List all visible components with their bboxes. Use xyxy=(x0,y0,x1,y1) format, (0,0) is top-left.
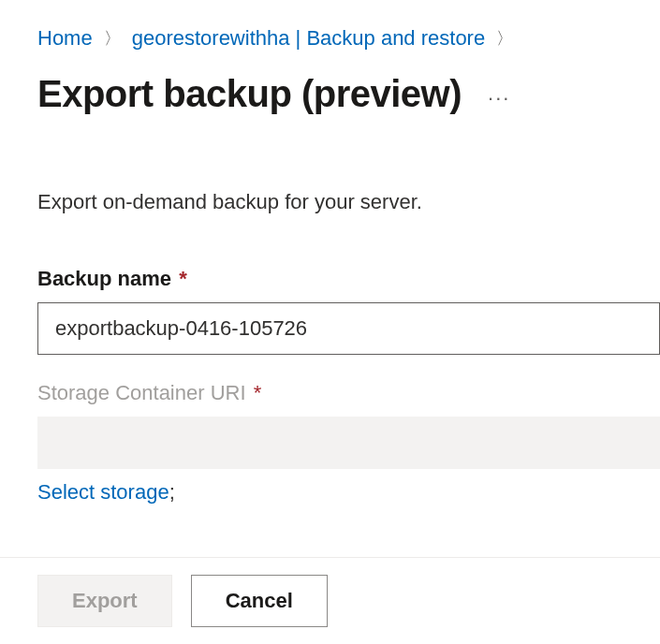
backup-name-input[interactable] xyxy=(37,302,660,355)
chevron-right-icon: 〉 xyxy=(496,27,513,50)
page-description: Export on-demand backup for your server. xyxy=(37,190,660,214)
breadcrumb-path[interactable]: georestorewithha | Backup and restore xyxy=(132,26,486,51)
export-button: Export xyxy=(37,575,172,627)
more-actions-icon[interactable]: ··· xyxy=(488,79,510,110)
breadcrumb-home[interactable]: Home xyxy=(37,26,93,51)
semicolon: ; xyxy=(169,480,175,504)
required-indicator: * xyxy=(248,381,262,404)
cancel-button[interactable]: Cancel xyxy=(191,575,328,627)
storage-uri-label: Storage Container URI * xyxy=(37,381,660,405)
backup-name-label: Backup name * xyxy=(37,267,660,291)
page-title: Export backup (preview) xyxy=(37,73,462,115)
footer-actions: Export Cancel xyxy=(0,557,660,644)
select-storage-link[interactable]: Select storage xyxy=(37,480,169,504)
breadcrumb: Home 〉 georestorewithha | Backup and res… xyxy=(37,26,660,51)
required-indicator: * xyxy=(173,267,187,290)
storage-uri-input xyxy=(37,417,660,469)
chevron-right-icon: 〉 xyxy=(104,27,121,50)
